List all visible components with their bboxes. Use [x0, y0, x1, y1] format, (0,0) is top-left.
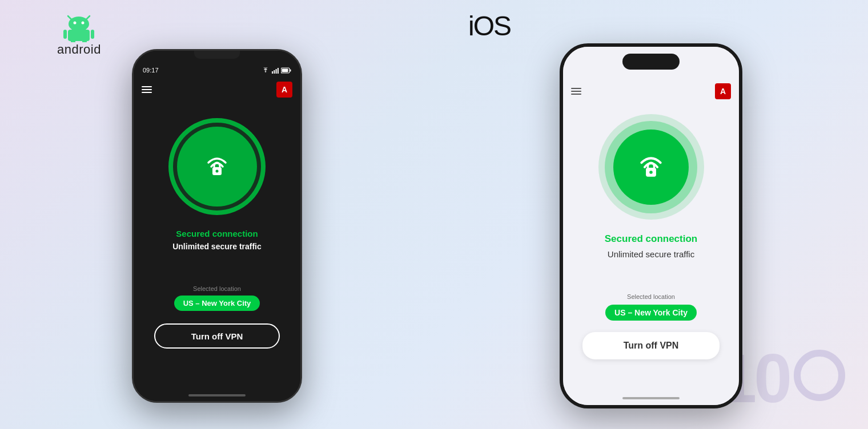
ios-section: iOS A — [434, 0, 868, 429]
svg-rect-16 — [290, 69, 291, 71]
svg-rect-11 — [274, 70, 275, 74]
svg-point-2 — [69, 17, 89, 31]
ios-home-indicator — [622, 397, 680, 399]
android-vpn-circle[interactable] — [168, 118, 266, 215]
ios-location-badge[interactable]: US – New York City — [605, 305, 697, 321]
signal-icon — [272, 67, 279, 74]
svg-rect-10 — [272, 71, 273, 74]
android-vpn-outer-ring — [168, 118, 266, 215]
android-vpn-inner — [177, 127, 257, 207]
svg-point-4 — [82, 22, 85, 25]
dynamic-island — [622, 54, 680, 70]
ios-vpn-shield-icon — [629, 145, 673, 189]
ios-platform-label-area: iOS — [468, 10, 511, 42]
ios-platform-text: iOS — [468, 11, 511, 41]
ios-vpn-circle[interactable] — [598, 114, 704, 220]
ios-hamburger-menu-icon[interactable] — [571, 88, 581, 95]
ios-vpn-middle-ring — [605, 121, 697, 213]
android-turn-off-button[interactable]: Turn off VPN — [154, 323, 280, 349]
battery-icon — [281, 67, 291, 74]
android-platform-text: android — [57, 42, 101, 57]
android-section: android 09:17 — [0, 0, 434, 429]
android-screen: 09:17 — [134, 51, 300, 401]
ios-selected-location-label: Selected location — [627, 293, 675, 300]
ios-screen: A — [563, 47, 739, 405]
android-selected-location-label: Selected location — [174, 285, 260, 292]
avira-logo-badge: A — [276, 82, 292, 98]
svg-rect-7 — [91, 30, 94, 39]
android-traffic-text: Unlimited secure traffic — [172, 242, 262, 251]
svg-rect-5 — [68, 30, 90, 41]
status-icons — [262, 67, 291, 74]
android-statusbar: 09:17 — [134, 62, 300, 78]
android-location-badge[interactable]: US – New York City — [174, 296, 260, 311]
android-icon — [62, 14, 95, 42]
ios-app-header: A — [563, 80, 739, 103]
vpn-shield-icon — [197, 147, 237, 187]
ios-turn-off-button[interactable]: Turn off VPN — [582, 332, 720, 359]
svg-rect-13 — [278, 68, 279, 74]
android-phone: 09:17 — [132, 49, 302, 403]
wifi-icon — [262, 67, 270, 74]
ios-connection-status: Secured connection — [605, 233, 697, 245]
svg-point-20 — [649, 171, 653, 174]
svg-point-3 — [74, 22, 77, 25]
svg-point-18 — [216, 170, 219, 173]
ios-phone: A — [560, 43, 742, 408]
ios-avira-logo-badge: A — [715, 83, 731, 99]
android-app-header: A — [134, 78, 300, 101]
android-platform-label-area: android — [57, 14, 101, 57]
page: 10 — [0, 0, 868, 429]
ios-location-area: Selected location US – New York City — [605, 277, 697, 321]
svg-rect-6 — [63, 30, 67, 39]
ios-traffic-text: Unlimited secure traffic — [608, 249, 694, 259]
ios-vpn-inner-circle — [613, 129, 689, 205]
ios-vpn-outer-ring — [598, 114, 704, 220]
android-location-area: Selected location US – New York City — [174, 269, 260, 311]
svg-rect-12 — [276, 69, 277, 74]
android-home-indicator — [188, 394, 246, 396]
svg-rect-15 — [282, 68, 288, 72]
hamburger-menu-icon[interactable] — [142, 86, 152, 93]
android-connection-status: Secured connection — [176, 229, 258, 238]
android-time: 09:17 — [143, 67, 159, 74]
